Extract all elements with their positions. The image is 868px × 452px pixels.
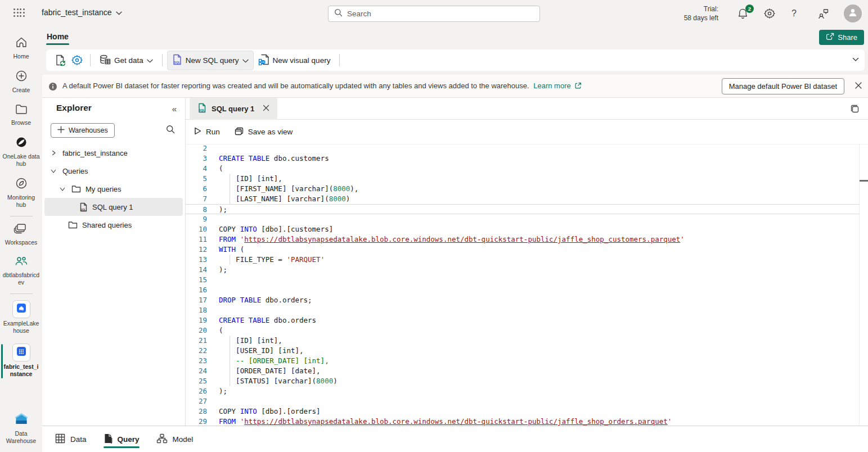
rail-item-examplelakehouse[interactable]: ExampleLakehouse <box>0 296 42 340</box>
help-button[interactable]: ? <box>791 8 803 20</box>
save-as-view-button[interactable]: Save as view <box>235 127 293 137</box>
code-line-10[interactable]: 10COPY INTO [dbo].[customers] <box>186 224 860 234</box>
code-line-5[interactable]: 5 [ID] [int], <box>186 174 860 184</box>
rail-item-workspaces[interactable]: Workspaces <box>0 219 42 251</box>
add-warehouses-button[interactable]: Warehouses <box>51 123 115 138</box>
collapse-panel-icon[interactable]: « <box>172 104 177 114</box>
explorer-tree: fabric_test_instanceQueriesMy queriesSQL… <box>42 144 185 234</box>
view-tab-model[interactable]: Model <box>156 426 194 452</box>
rail-item-browse[interactable]: Browse <box>0 99 42 132</box>
code-line-6[interactable]: 6 [FIRST_NAME] [varchar](8000), <box>186 184 860 194</box>
rail-item-data-warehouse[interactable]: Data Warehouse <box>0 408 42 450</box>
code-line-4[interactable]: 4( <box>186 164 860 174</box>
code-line-15[interactable]: 15 <box>186 275 860 285</box>
code-line-28[interactable]: 28COPY INTO [dbo].[orders] <box>186 406 860 417</box>
sql-code-editor[interactable]: 23CREATE TABLE dbo.customers4(5 [ID] [in… <box>186 144 868 426</box>
rail-item-onelake-data-hub[interactable]: OneLake data hub <box>0 132 42 173</box>
close-tab-icon[interactable] <box>263 105 269 113</box>
notifications-button[interactable]: 2 <box>737 7 750 21</box>
code-line-12[interactable]: 12WITH ( <box>186 245 860 255</box>
rail-item-fabric-test-instance[interactable]: fabric_test_instance <box>0 340 42 383</box>
tree-item-sql-query-1[interactable]: SQLSQL query 1 <box>44 198 183 216</box>
dataset-info-banner: A default Power BI dataset for faster re… <box>42 75 868 98</box>
new-sql-query-button[interactable]: SQLNew SQL query <box>167 51 254 70</box>
external-link-icon[interactable] <box>574 83 582 91</box>
tree-item-queries[interactable]: Queries <box>42 162 185 180</box>
code-line-3[interactable]: 3CREATE TABLE dbo.customers <box>186 153 860 164</box>
learn-more-link[interactable]: Learn more <box>533 82 570 90</box>
account-avatar[interactable] <box>844 4 862 22</box>
refresh-doc-icon[interactable] <box>52 52 69 69</box>
chevron-right-icon[interactable] <box>50 150 57 156</box>
settings-button[interactable] <box>764 8 775 19</box>
banner-close-icon[interactable] <box>854 82 862 92</box>
code-line-27[interactable]: 27 <box>186 396 860 406</box>
home-tab-underline <box>46 43 69 45</box>
line-number: 15 <box>186 275 207 285</box>
code-line-2[interactable]: 2 <box>186 144 860 153</box>
workspaces-icon <box>14 223 29 237</box>
code-line-14[interactable]: 14); <box>186 265 860 275</box>
data-warehouse-icon <box>13 412 30 428</box>
code-line-11[interactable]: 11FROM 'https://dbtlabsynapsedatalake.bl… <box>186 234 860 245</box>
code-line-19[interactable]: 19CREATE TABLE dbo.orders <box>186 315 860 326</box>
chevron-down-icon <box>147 56 153 65</box>
share-button[interactable]: Share <box>819 30 864 45</box>
code-line-20[interactable]: 20( <box>186 326 860 336</box>
tab-home[interactable]: Home <box>46 30 69 43</box>
play-icon <box>194 127 201 137</box>
trial-status[interactable]: Trial: 58 days left <box>684 4 718 22</box>
code-line-25[interactable]: 25 [STATUS] [varchar](8000) <box>186 376 860 386</box>
code-line-9[interactable]: 9 <box>186 214 860 224</box>
view-tab-data[interactable]: Data <box>55 426 87 452</box>
line-number: 12 <box>186 245 207 255</box>
line-number: 18 <box>186 305 207 315</box>
rail-divider <box>10 216 33 216</box>
line-number: 20 <box>186 326 207 336</box>
workspace-name: fabric_test_instance <box>42 8 112 17</box>
manage-default-dataset-button[interactable]: Manage default Power BI dataset <box>722 78 844 94</box>
code-line-16[interactable]: 16 <box>186 285 860 295</box>
page-header: Home Share <box>42 27 868 47</box>
code-line-23[interactable]: 23 -- [ORDER_DATE] [int], <box>186 356 860 366</box>
rail-item-dbtlabsfabricdev[interactable]: dbtlabsfabricdev <box>0 251 42 291</box>
code-line-17[interactable]: 17DROP TABLE dbo.orders; <box>186 295 860 305</box>
tree-item-fabric-test-instance[interactable]: fabric_test_instance <box>42 144 185 162</box>
explorer-search-icon[interactable] <box>166 125 175 136</box>
chevron-down-icon[interactable] <box>59 187 66 192</box>
search-input[interactable] <box>347 10 534 18</box>
view-tab-query[interactable]: Query <box>104 426 140 452</box>
feedback-button[interactable] <box>817 8 828 19</box>
code-line-7[interactable]: 7 [LAST_NAME] [varchar](8000) <box>186 194 860 204</box>
tab-sql-query-1[interactable]: SQL SQL query 1 <box>190 98 277 120</box>
code-line-29[interactable]: 29FROM 'https://dbtlabsynapsedatalake.bl… <box>186 417 860 426</box>
code-line-13[interactable]: 13 FILE_TYPE = 'PARQUET' <box>186 255 860 265</box>
global-search[interactable] <box>328 6 540 22</box>
code-line-22[interactable]: 22 [USER_ID] [int], <box>186 346 860 356</box>
settings-blue-icon[interactable] <box>69 52 86 69</box>
line-number: 25 <box>186 376 207 386</box>
notification-badge: 2 <box>745 4 754 13</box>
tree-item-my-queries[interactable]: My queries <box>42 180 185 198</box>
ribbon-collapse-chevron-icon[interactable] <box>852 54 859 64</box>
code-line-8[interactable]: 8); <box>186 204 860 214</box>
code-line-21[interactable]: 21 [ID] [int], <box>186 336 860 346</box>
run-button[interactable]: Run <box>194 127 220 137</box>
tree-item-shared-queries[interactable]: Shared queries <box>42 216 185 234</box>
svg-text:SQL: SQL <box>80 208 86 211</box>
app-launcher-icon[interactable] <box>14 8 26 19</box>
line-number: 4 <box>186 164 207 174</box>
chevron-down-icon[interactable] <box>50 169 57 174</box>
line-number: 27 <box>186 396 207 406</box>
get-data-button[interactable]: Get data <box>95 52 158 69</box>
code-line-26[interactable]: 26); <box>186 386 860 396</box>
rail-item-create[interactable]: Create <box>0 65 42 99</box>
code-line-18[interactable]: 18 <box>186 305 860 315</box>
copy-icon[interactable] <box>850 104 860 116</box>
new-visual-query-button[interactable]: New visual query <box>254 51 335 70</box>
rail-item-home[interactable]: Home <box>0 31 42 65</box>
rail-item-monitoring-hub[interactable]: Monitoring hub <box>0 173 42 214</box>
workspace-switcher[interactable]: fabric_test_instance <box>42 7 122 17</box>
code-line-24[interactable]: 24 [ORDER_DATE] [date], <box>186 366 860 376</box>
lakehouse-icon <box>16 303 26 315</box>
